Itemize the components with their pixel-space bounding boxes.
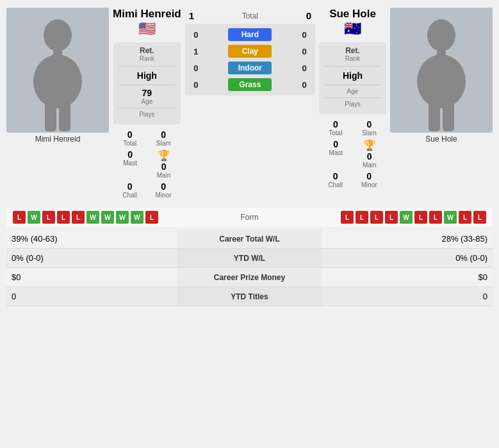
left-ytd-titles: 0 — [6, 287, 177, 306]
left-age: 79 Age — [119, 85, 176, 108]
left-total-val: 0 — [127, 129, 133, 140]
grass-right-score: 0 — [299, 80, 310, 90]
prize-money-label: Career Prize Money — [177, 268, 323, 287]
left-chall-minor: 0 Chall 0 Minor — [113, 181, 181, 199]
left-main-label: Main — [157, 172, 171, 179]
right-age: Age — [324, 85, 381, 98]
right-ytd-wl: 0% (0-0) — [322, 249, 493, 268]
left-total-score: 1 — [189, 10, 194, 21]
right-ret: Ret. — [345, 46, 360, 55]
left-slam-val: 0 — [161, 129, 166, 140]
left-total-label: Total — [123, 140, 136, 147]
hard-button[interactable]: Hard — [228, 28, 272, 41]
right-stat-card: Ret. Rank High Age Plays — [319, 42, 386, 114]
surface-row-clay: 1 Clay 0 — [188, 43, 313, 60]
career-total-label: Career Total W/L — [177, 229, 323, 249]
right-age-label: Age — [347, 88, 359, 95]
right-plays: Plays — [324, 98, 381, 110]
left-form-badges: L W L L L W W W W L — [13, 211, 230, 224]
left-ret-rank: Ret. Rank — [119, 46, 176, 67]
left-form-5: L — [72, 211, 85, 224]
ytd-titles-row: 0 YTD Titles 0 — [6, 287, 493, 306]
ytd-wl-label: YTD W/L — [177, 249, 323, 268]
left-ytd-wl: 0% (0-0) — [6, 249, 177, 268]
total-header: 1 Total 0 — [185, 8, 315, 24]
right-main-val: 0 — [367, 151, 372, 162]
left-plays: Plays — [119, 108, 176, 120]
left-main-val: 0 — [161, 162, 167, 172]
left-form-9: W — [131, 211, 143, 224]
grass-button[interactable]: Grass — [228, 78, 272, 91]
form-label: Form — [234, 213, 266, 222]
right-player-photo-panel: Sue Hole — [390, 8, 493, 201]
left-chall-item: 0 Chall — [122, 181, 137, 199]
right-mast-val: 0 — [333, 139, 338, 149]
hard-left-score: 0 — [190, 30, 202, 40]
svg-rect-9 — [443, 101, 454, 131]
left-form-2: W — [28, 211, 40, 224]
svg-point-5 — [427, 19, 455, 51]
indoor-button[interactable]: Indoor — [228, 62, 272, 74]
left-player-flag: 🇺🇸 — [113, 21, 181, 37]
svg-point-2 — [33, 54, 82, 108]
trophy-icon-left: 🏆 — [158, 149, 170, 162]
right-form-6: L — [414, 211, 427, 224]
indoor-left-score: 0 — [190, 63, 202, 73]
left-minor-val: 0 — [161, 181, 166, 192]
right-silhouette-svg — [400, 17, 483, 133]
left-form-3: L — [42, 211, 55, 224]
left-player-name: Mimi Henreid — [113, 8, 181, 21]
grass-left-score: 0 — [190, 80, 202, 90]
right-minor-label: Minor — [361, 181, 377, 188]
right-total-score: 0 — [306, 10, 311, 21]
left-chall-label: Chall — [122, 192, 137, 199]
right-stats-rows: 0 Total 0 Slam 0 Mast 🏆 0 — [319, 117, 386, 191]
left-age-label: Age — [141, 98, 152, 105]
right-form-4: L — [385, 211, 398, 224]
right-main-label: Main — [363, 162, 377, 169]
hard-right-score: 0 — [299, 30, 310, 40]
left-rank-label: Rank — [140, 55, 154, 62]
right-chall-label: Chall — [328, 181, 343, 188]
left-trophy-main: 🏆 0 Main — [157, 149, 171, 179]
left-mast-label: Mast — [123, 160, 137, 167]
left-form-10: L — [145, 211, 158, 224]
left-player-name-area: Mimi Henreid 🇺🇸 — [113, 8, 181, 37]
left-minor-label: Minor — [156, 192, 172, 199]
left-mast-val: 0 — [127, 149, 133, 160]
center-column: 1 Total 0 0 Hard 0 1 Clay 0 — [185, 8, 315, 201]
svg-rect-4 — [59, 101, 70, 131]
right-total-label: Total — [329, 129, 342, 137]
left-career-total: 39% (40-63) — [6, 229, 177, 249]
left-age-val: 79 — [142, 88, 152, 98]
left-ret: Ret. — [140, 46, 154, 55]
left-player-photo-panel: Mimi Henreid — [6, 8, 109, 201]
trophy-icon-right: 🏆 — [363, 139, 376, 151]
right-mast-main: 0 Mast 🏆 0 Main — [319, 139, 386, 169]
right-form-3: L — [370, 211, 383, 224]
ytd-wl-row: 0% (0-0) YTD W/L 0% (0-0) — [6, 249, 493, 268]
ytd-titles-label: YTD Titles — [177, 287, 323, 306]
right-career-total: 28% (33-85) — [322, 229, 493, 249]
left-stats-panel: Mimi Henreid 🇺🇸 Ret. Rank High 79 Age Pl… — [113, 8, 181, 201]
right-slam-label: Slam — [362, 129, 377, 137]
right-form-1: L — [341, 211, 354, 224]
clay-left-score: 1 — [190, 47, 202, 56]
surface-row-indoor: 0 Indoor 0 — [188, 60, 313, 76]
left-slam-label: Slam — [156, 140, 171, 147]
right-minor-val: 0 — [366, 171, 372, 181]
right-form-8: W — [444, 211, 457, 224]
right-slam-item: 0 Slam — [362, 119, 377, 137]
left-form-6: W — [86, 211, 99, 224]
surface-row-hard: 0 Hard 0 — [188, 26, 313, 43]
right-player-name-area: Sue Hole 🇦🇺 — [329, 8, 376, 37]
left-form-4: L — [57, 211, 70, 224]
surface-row-grass: 0 Grass 0 — [188, 76, 313, 93]
left-total-slam: 0 Total 0 Slam — [113, 129, 181, 147]
clay-button[interactable]: Clay — [228, 45, 272, 58]
left-stats-rows: 0 Total 0 Slam 0 Mast 🏆 0 — [113, 127, 181, 201]
right-player-name-below: Sue Hole — [425, 135, 457, 144]
app-container: Mimi Henreid Mimi Henreid 🇺🇸 Ret. Rank H… — [0, 0, 499, 306]
right-high-val: High — [343, 71, 363, 81]
right-total-slam: 0 Total 0 Slam — [319, 119, 386, 137]
